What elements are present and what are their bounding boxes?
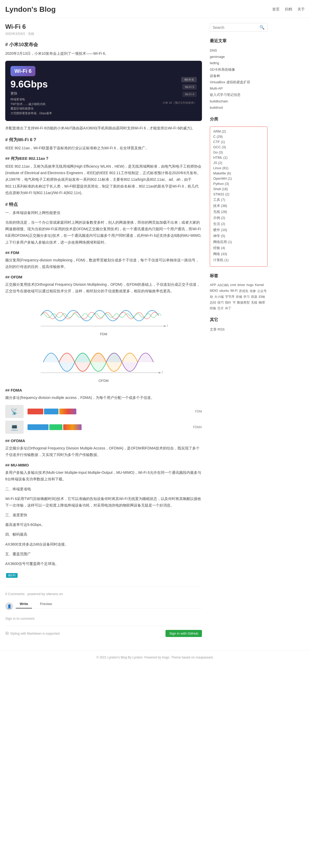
signin-text: Sign in to comment <box>5 617 202 620</box>
fdma-bars-2 <box>28 424 189 430</box>
nav-archive[interactable]: 归档 <box>285 7 292 12</box>
tag-pointer[interactable]: 指针 <box>225 301 231 305</box>
tag-guina[interactable]: 归纳 <box>259 294 265 299</box>
para-ax3600: 并配套推出了支持Wi-Fi 6功能的小米AloT路由器AX3600(手机和路由器… <box>5 125 202 131</box>
site-title[interactable]: Lyndon's Blog <box>5 5 56 13</box>
tab-write[interactable]: Write <box>16 600 32 609</box>
tag-exp[interactable]: 经验 <box>210 306 216 311</box>
wifi-version-6: Wi-Fi 6 <box>181 77 197 82</box>
tag-APP[interactable]: APP <box>210 283 216 287</box>
recent-post-1[interactable]: genimage <box>210 55 267 59</box>
footer-text: © 2021 Lyndon's Blog By Lyndon. Powered … <box>96 656 214 659</box>
recent-post-9[interactable]: buildroot <box>210 105 267 110</box>
cat-tools: 工具 (7) <box>213 197 264 202</box>
comment-footer-left: Ⓜ Styling with Markdown is supported <box>5 631 59 636</box>
nav-home[interactable]: 首页 <box>272 7 280 12</box>
tag-jiqiao[interactable]: 技巧 <box>218 301 224 305</box>
wifi-badge-text: Wi-Fi 6 <box>15 68 31 74</box>
cat-stm32: STM32 (2) <box>213 192 264 196</box>
highlight-right: Wi-Fi 6 Wi-Fi 5 Wi-Fi 4 小米 10（预计2月份发布） <box>162 77 197 105</box>
tag-chuancan[interactable]: 传参 <box>250 289 256 293</box>
tag-ascii[interactable]: ASCII码 <box>218 283 229 287</box>
search-icon[interactable]: 🔍 <box>259 25 264 30</box>
para-mu-mimo-body: 多用户多输入多输出技术(Multi-User Multiple-Input Mu… <box>5 469 202 483</box>
comment-input-area: Write Preview <box>16 600 202 613</box>
tag-byteorder[interactable]: 字节序 <box>225 294 234 299</box>
tag-physics[interactable]: 物理 <box>259 301 265 305</box>
tag-driver[interactable]: driver <box>237 283 245 287</box>
fdma-bar-green <box>49 424 62 430</box>
tag-wifi[interactable]: Wi-Fi <box>6 573 18 578</box>
fdma-bar-blue <box>44 409 58 414</box>
tag-gongzhonghao[interactable]: 公众号 <box>257 289 267 293</box>
recent-post-8[interactable]: buildtochain <box>210 99 267 104</box>
recent-post-4[interactable]: 设备树 <box>210 73 267 78</box>
recent-post-2[interactable]: ledtrig <box>210 61 267 65</box>
tab-preview[interactable]: Preview <box>36 600 56 609</box>
section-h2-wifi6: # 何为Wi-Fi 6？ <box>5 137 202 143</box>
other-title: 其它 <box>210 317 267 324</box>
site-nav: 首页 归档 关于 <box>272 7 305 12</box>
fdma-diagram: 📡 FDM 💻 FD <box>5 405 202 434</box>
sidebar: 🔍 最近文章 DNS genimage ledtrig SD卡和系统镜像 设备树… <box>210 23 267 637</box>
tag-chip[interactable]: 芯片 <box>218 306 224 311</box>
tag-summary[interactable]: 总结 <box>210 301 216 305</box>
recent-post-0[interactable]: DNS <box>210 48 267 53</box>
post-category[interactable]: 无线 <box>28 32 34 36</box>
categories-title: 分类 <box>210 117 267 123</box>
cat-theology: 神学 (5) <box>213 234 264 238</box>
tag-jie[interactable]: 劫 <box>210 294 213 299</box>
highlight-left: Wi-Fi 6 9.6Gbps 更快 终端更省电TWT技术……减少能耗功耗覆盖区… <box>10 66 52 116</box>
para-twt: Wi-Fi 6采用TWT(目标唤醒时间)技术，它可以准确的告知设备何时将其Wi-… <box>5 496 202 509</box>
fdm-waveform-container: f FDM <box>5 300 202 336</box>
para-wifi6-def: IEEE 802.11ax，Wi-Fi联盟基于该标准的行业认证标准称之为Wi-F… <box>5 145 202 151</box>
cat-tech: 技术 (38) <box>213 204 264 208</box>
recent-post-6[interactable]: Multi-AP <box>210 86 267 91</box>
user-avatar: 👤 <box>5 602 13 610</box>
cat-python: Python (3) <box>213 182 264 186</box>
tag-hugo[interactable]: hugo <box>247 283 254 287</box>
fdma-bar-red <box>28 409 43 414</box>
markdown-support-text: Styling with Markdown is supported <box>10 632 59 636</box>
tag-kernel[interactable]: Kernel <box>255 283 264 287</box>
site-footer: © 2021 Lyndon's Blog By Lyndon. Powered … <box>0 650 310 664</box>
cat-c: C (29) <box>213 135 264 138</box>
tag-ubuntu[interactable]: ubuntu <box>219 289 229 293</box>
recent-post-5[interactable]: VirtualBox 虚拟机硬盘扩容 <box>210 80 267 85</box>
fdma-bar-gradient <box>59 409 76 414</box>
fdma-label-2: FDMA <box>193 425 202 429</box>
rss-link[interactable]: 文章 RSS <box>210 327 267 332</box>
markdown-icon: Ⓜ <box>5 631 9 636</box>
tag-storage[interactable]: 存储 <box>236 294 242 299</box>
wifi-version-4: Wi-Fi 4 <box>182 92 197 97</box>
laptop-icon: 💻 <box>5 421 24 434</box>
tag-wifi[interactable]: Wi-Fi <box>230 289 237 293</box>
cat-computer: 计算机 (1) <box>213 258 264 262</box>
tag-endian[interactable]: 大小端 <box>214 294 224 299</box>
fdm-label: FDM <box>5 332 202 336</box>
nav-about[interactable]: 关于 <box>298 7 305 12</box>
github-signin-button[interactable]: Sign in with GitHub <box>166 630 202 637</box>
tag-datatype[interactable]: 数据类型 <box>237 301 250 305</box>
tag-zi[interactable]: 字 <box>233 301 236 305</box>
tag-study[interactable]: 学习 <box>244 294 250 299</box>
fdma-label-1: FDM <box>195 410 202 413</box>
tag-patch[interactable]: 补丁 <box>225 306 231 311</box>
post-tags: Wi-Fi <box>5 572 202 579</box>
recent-post-7[interactable]: 嵌入式学习笔记信息 <box>210 92 267 97</box>
search-input[interactable] <box>213 25 259 30</box>
tag-container[interactable]: 容器 <box>251 294 257 299</box>
tag-mdio[interactable]: MDIO <box>210 289 218 293</box>
cat-experience: 经验 (4) <box>213 246 264 250</box>
comment-tabs: Write Preview <box>16 600 202 609</box>
cat-network: 网络 (33) <box>213 252 264 256</box>
tag-qiyouxian[interactable]: 弃优先 <box>239 289 248 293</box>
recent-post-3[interactable]: SD卡和系统镜像 <box>210 67 267 72</box>
tag-wireless-t[interactable]: 无线 <box>251 301 257 305</box>
wifi-versions: Wi-Fi 6 Wi-Fi 5 Wi-Fi 4 <box>162 77 197 97</box>
cat-ctf: CTF (1) <box>213 140 264 144</box>
wifi-version-5: Wi-Fi 5 <box>182 84 197 90</box>
tag-cmd[interactable]: cmd <box>230 283 236 287</box>
section-fdma: ## FDMA <box>5 388 202 392</box>
svg-text:f: f <box>167 324 168 328</box>
